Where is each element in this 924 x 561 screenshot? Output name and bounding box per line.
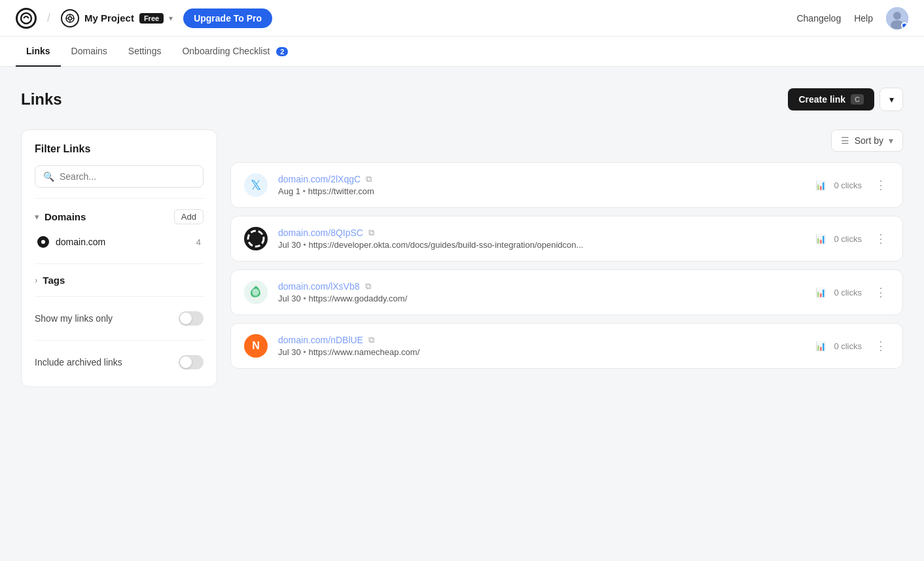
link-card: domain.com/8QIpSC ⧉ Jul 30 • https://dev…	[230, 216, 903, 262]
include-archived-toggle-knob	[180, 356, 192, 368]
user-avatar[interactable]	[886, 7, 908, 29]
twitter-icon: 𝕏	[251, 177, 261, 193]
include-archived-label: Include archived links	[35, 357, 122, 367]
twitter-favicon: 𝕏	[244, 173, 268, 197]
link-short-url[interactable]: domain.com/8QIpSC	[278, 228, 363, 238]
copy-icon[interactable]: ⧉	[368, 228, 374, 238]
bar-chart-icon: 📊	[815, 234, 826, 244]
tags-chevron-icon: ›	[35, 275, 37, 285]
divider-2	[35, 264, 204, 264]
okta-favicon	[244, 227, 268, 250]
bar-chart-icon: 📊	[815, 341, 826, 351]
link-card: N domain.com/nDBlUE ⧉ Jul 30 • https://w…	[230, 323, 903, 369]
filter-title: Filter Links	[35, 143, 204, 155]
tab-settings[interactable]: Settings	[118, 37, 172, 67]
chevron-down-icon: ▾	[889, 94, 894, 105]
nav-separator: /	[47, 11, 50, 25]
domains-chevron-icon: ▾	[35, 212, 39, 222]
link-stats: 📊 0 clicks	[815, 288, 862, 298]
sort-lines-icon: ☰	[841, 135, 849, 146]
brand-logo-area	[16, 8, 37, 29]
sort-button[interactable]: ☰ Sort by ▾	[831, 129, 903, 152]
project-icon	[61, 9, 79, 27]
tags-section-header[interactable]: › Tags	[35, 275, 204, 286]
sort-label: Sort by	[855, 135, 883, 146]
copy-icon[interactable]: ⧉	[366, 174, 372, 184]
svg-point-8	[893, 12, 901, 20]
link-menu-button[interactable]: ⋮	[872, 336, 889, 356]
tab-onboarding[interactable]: Onboarding Checklist 2	[171, 37, 298, 67]
link-meta: Aug 1 • https://twitter.com	[278, 186, 805, 196]
tab-links[interactable]: Links	[16, 37, 61, 67]
link-stats: 📊 0 clicks	[815, 180, 862, 190]
include-archived-toggle[interactable]	[179, 355, 204, 369]
brand-logo[interactable]	[16, 8, 37, 29]
include-archived-row: Include archived links	[35, 351, 204, 373]
onboarding-badge: 2	[276, 47, 288, 56]
bar-chart-icon: 📊	[815, 288, 826, 298]
tabbar: Links Domains Settings Onboarding Checkl…	[0, 37, 924, 67]
link-short-url-row: domain.com/lXsVb8 ⧉	[278, 281, 805, 292]
link-meta: Jul 30 • https://developer.okta.com/docs…	[278, 240, 805, 250]
topnav-right: Changelog Help	[796, 7, 908, 29]
domain-item[interactable]: domain.com 4	[35, 231, 204, 253]
show-my-links-toggle[interactable]	[179, 311, 204, 326]
show-my-links-label: Show my links only	[35, 313, 113, 324]
domains-section-label: Domains	[44, 211, 86, 222]
domain-name: domain.com	[56, 237, 190, 247]
domain-radio-selected	[37, 236, 49, 248]
link-short-url[interactable]: domain.com/2lXqgC	[278, 174, 361, 184]
page-content: Links Create link C ▾ Filter Links 🔍 ▾	[0, 67, 924, 554]
main-layout: Filter Links 🔍 ▾ Domains Add domain.com …	[21, 129, 903, 387]
tags-section-label: Tags	[43, 275, 65, 286]
namecheap-icon: N	[252, 340, 260, 352]
link-menu-button[interactable]: ⋮	[872, 229, 889, 248]
page-header: Links Create link C ▾	[21, 88, 903, 111]
tags-section-left: › Tags	[35, 275, 65, 286]
tab-domains[interactable]: Domains	[61, 37, 118, 67]
filter-sidebar: Filter Links 🔍 ▾ Domains Add domain.com …	[21, 129, 217, 387]
create-link-button[interactable]: Create link C	[788, 88, 874, 110]
copy-icon[interactable]: ⧉	[368, 335, 374, 345]
link-info: domain.com/lXsVb8 ⧉ Jul 30 • https://www…	[278, 281, 805, 303]
link-menu-button[interactable]: ⋮	[872, 282, 889, 302]
topnav: / My Project Free ▾ Upgrade To Pro Chang…	[0, 0, 924, 37]
svg-point-2	[69, 16, 72, 20]
show-my-links-toggle-knob	[180, 313, 192, 324]
link-short-url-row: domain.com/nDBlUE ⧉	[278, 335, 805, 345]
link-menu-button[interactable]: ⋮	[872, 175, 889, 195]
divider-3	[35, 296, 204, 297]
click-count: 0 clicks	[834, 234, 862, 244]
help-link[interactable]: Help	[854, 13, 873, 24]
domain-count: 4	[196, 237, 201, 247]
link-meta: Jul 30 • https://www.namecheap.com/	[278, 347, 805, 357]
link-stats: 📊 0 clicks	[815, 234, 862, 244]
show-my-links-row: Show my links only	[35, 307, 204, 330]
create-dropdown-button[interactable]: ▾	[880, 88, 903, 111]
link-short-url-row: domain.com/2lXqgC ⧉	[278, 174, 805, 184]
copy-icon[interactable]: ⧉	[365, 281, 371, 292]
filter-search-box: 🔍	[35, 165, 204, 188]
avatar-status-dot	[901, 22, 908, 29]
link-card: 𝕏 domain.com/2lXqgC ⧉ Aug 1 • https://tw…	[230, 162, 903, 208]
sort-row: ☰ Sort by ▾	[230, 129, 903, 152]
domains-section-left: ▾ Domains	[35, 211, 86, 222]
header-actions: Create link C ▾	[788, 88, 903, 111]
namecheap-favicon: N	[244, 334, 268, 358]
changelog-link[interactable]: Changelog	[796, 13, 841, 24]
click-count: 0 clicks	[834, 341, 862, 351]
click-count: 0 clicks	[834, 180, 862, 190]
search-icon: 🔍	[43, 171, 54, 182]
upgrade-button[interactable]: Upgrade To Pro	[183, 8, 272, 28]
project-selector[interactable]: My Project Free ▾	[61, 9, 173, 27]
domains-section-header[interactable]: ▾ Domains Add	[35, 209, 204, 224]
click-count: 0 clicks	[834, 288, 862, 298]
link-short-url[interactable]: domain.com/lXsVb8	[278, 281, 360, 292]
link-short-url[interactable]: domain.com/nDBlUE	[278, 335, 363, 345]
svg-point-0	[21, 13, 31, 24]
divider-4	[35, 340, 204, 341]
create-link-label: Create link	[798, 94, 845, 105]
domain-radio-inner	[41, 240, 45, 244]
filter-search-input[interactable]	[60, 171, 195, 182]
add-domain-button[interactable]: Add	[174, 209, 204, 224]
